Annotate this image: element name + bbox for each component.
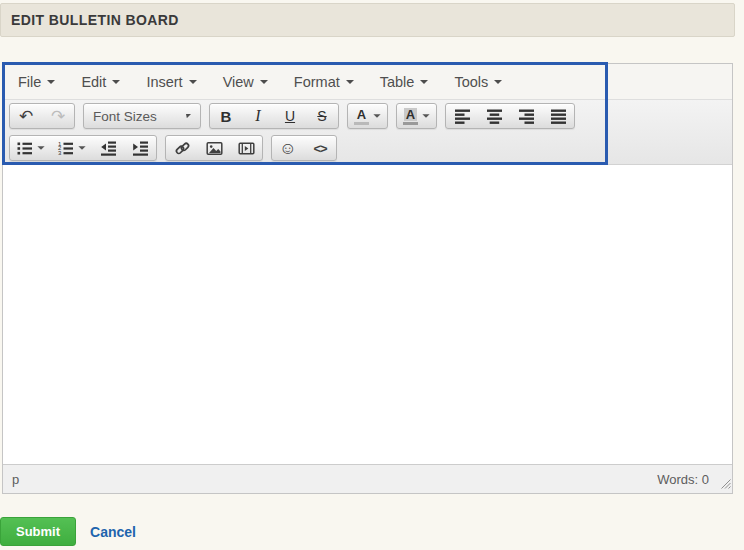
menu-item-format[interactable]: Format bbox=[281, 64, 367, 99]
background-color-group: A bbox=[396, 103, 437, 129]
menu-label: View bbox=[223, 74, 254, 90]
toolbar-row-1: ↶ ↷ Font Sizes B I U bbox=[3, 100, 732, 132]
alignment-group bbox=[445, 103, 575, 129]
align-center-button[interactable] bbox=[478, 104, 510, 128]
menu-label: File bbox=[18, 74, 41, 90]
chevron-down-icon bbox=[189, 80, 197, 84]
chevron-down-icon[interactable] bbox=[422, 114, 429, 118]
image-icon bbox=[206, 140, 223, 157]
bold-button[interactable]: B bbox=[210, 104, 242, 128]
chevron-down-icon bbox=[494, 80, 502, 84]
chevron-down-icon[interactable] bbox=[37, 146, 44, 150]
text-color-group: A bbox=[347, 103, 388, 129]
background-color-button[interactable]: A bbox=[397, 104, 436, 128]
align-justify-button[interactable] bbox=[542, 104, 574, 128]
menu-item-insert[interactable]: Insert bbox=[133, 64, 209, 99]
extras-group: ☺ <> bbox=[271, 135, 337, 161]
source-code-button[interactable]: <> bbox=[304, 136, 336, 160]
align-right-icon bbox=[518, 108, 535, 125]
chevron-down-icon bbox=[260, 80, 268, 84]
chevron-down-icon[interactable] bbox=[78, 146, 85, 150]
align-left-icon bbox=[454, 108, 471, 125]
list-indent-group: 1 2 3 bbox=[9, 135, 157, 161]
menu-label: Tools bbox=[454, 74, 488, 90]
redo-icon: ↷ bbox=[51, 108, 65, 125]
text-color-icon: A bbox=[354, 108, 369, 125]
chevron-down-icon bbox=[47, 80, 55, 84]
insert-media-button[interactable] bbox=[230, 136, 262, 160]
text-style-group: B I U S bbox=[209, 103, 339, 129]
numbered-list-icon: 1 2 3 bbox=[57, 140, 74, 157]
editor-toolbar: ↶ ↷ Font Sizes B I U bbox=[3, 100, 732, 165]
indent-button[interactable] bbox=[124, 136, 156, 160]
menu-item-tools[interactable]: Tools bbox=[441, 64, 515, 99]
menu-label: Edit bbox=[81, 74, 106, 90]
font-sizes-label: Font Sizes bbox=[93, 109, 157, 124]
undo-button[interactable]: ↶ bbox=[10, 104, 42, 128]
editor-statusbar: p Words: 0 bbox=[3, 464, 732, 493]
toolbar-row-2: 1 2 3 bbox=[3, 132, 732, 164]
align-left-button[interactable] bbox=[446, 104, 478, 128]
indent-icon bbox=[132, 140, 149, 157]
underline-button[interactable]: U bbox=[274, 104, 306, 128]
background-color-icon: A bbox=[403, 108, 418, 125]
chevron-down-icon[interactable] bbox=[373, 114, 380, 118]
editor-menubar: File Edit Insert View Format Table Tools bbox=[3, 64, 732, 100]
text-color-button[interactable]: A bbox=[348, 104, 387, 128]
insert-image-button[interactable] bbox=[198, 136, 230, 160]
word-count: Words: 0 bbox=[657, 472, 709, 487]
media-icon bbox=[238, 140, 255, 157]
menu-label: Insert bbox=[146, 74, 182, 90]
menu-item-file[interactable]: File bbox=[5, 64, 68, 99]
submit-button[interactable]: Submit bbox=[0, 517, 76, 546]
italic-button[interactable]: I bbox=[242, 104, 274, 128]
bullet-list-button[interactable] bbox=[10, 136, 51, 160]
page-header: EDIT BULLETIN BOARD bbox=[0, 3, 735, 37]
menu-label: Format bbox=[294, 74, 340, 90]
form-actions: Submit Cancel bbox=[0, 517, 136, 546]
chevron-down-icon bbox=[346, 80, 354, 84]
redo-button[interactable]: ↷ bbox=[42, 104, 74, 128]
menu-item-edit[interactable]: Edit bbox=[68, 64, 133, 99]
menu-item-table[interactable]: Table bbox=[367, 64, 442, 99]
editor-content[interactable] bbox=[3, 165, 732, 464]
cancel-link[interactable]: Cancel bbox=[90, 524, 136, 540]
bold-icon: B bbox=[221, 108, 232, 125]
element-path[interactable]: p bbox=[12, 472, 19, 487]
align-center-icon bbox=[486, 108, 503, 125]
emoticons-button[interactable]: ☺ bbox=[272, 136, 304, 160]
rich-text-editor: File Edit Insert View Format Table Tools bbox=[2, 63, 733, 494]
menu-item-view[interactable]: View bbox=[210, 64, 281, 99]
undo-icon: ↶ bbox=[19, 108, 33, 125]
code-icon: <> bbox=[313, 141, 326, 156]
font-sizes-select[interactable]: Font Sizes bbox=[83, 103, 201, 129]
italic-icon: I bbox=[255, 107, 260, 125]
chevron-down-icon bbox=[186, 114, 191, 118]
outdent-icon bbox=[100, 140, 117, 157]
align-right-button[interactable] bbox=[510, 104, 542, 128]
strikethrough-icon: S bbox=[317, 108, 326, 124]
svg-text:3: 3 bbox=[58, 150, 62, 156]
align-justify-icon bbox=[550, 108, 567, 125]
page-title: EDIT BULLETIN BOARD bbox=[1, 12, 179, 28]
bullet-list-icon bbox=[16, 140, 33, 157]
resize-grip-icon[interactable] bbox=[720, 477, 731, 492]
chevron-down-icon bbox=[112, 80, 120, 84]
emoticon-icon: ☺ bbox=[279, 140, 296, 157]
insert-media-group bbox=[165, 135, 263, 161]
numbered-list-button[interactable]: 1 2 3 bbox=[51, 136, 92, 160]
underline-icon: U bbox=[285, 108, 295, 124]
outdent-button[interactable] bbox=[92, 136, 124, 160]
insert-link-button[interactable] bbox=[166, 136, 198, 160]
undo-redo-group: ↶ ↷ bbox=[9, 103, 75, 129]
menu-label: Table bbox=[380, 74, 415, 90]
strikethrough-button[interactable]: S bbox=[306, 104, 338, 128]
link-icon bbox=[174, 140, 191, 157]
chevron-down-icon bbox=[420, 80, 428, 84]
